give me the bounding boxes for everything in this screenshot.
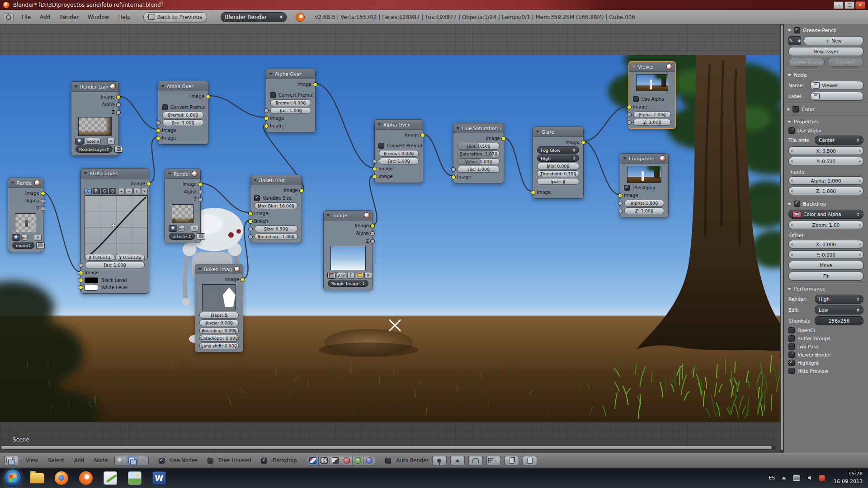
slider-arrow-left[interactable]: [791, 190, 793, 192]
new-button[interactable]: +New: [804, 36, 863, 45]
socket-in-image[interactable]: [264, 124, 269, 128]
collapse-triangle-icon[interactable]: [253, 179, 257, 181]
slider-arrow-right[interactable]: [567, 166, 569, 169]
slider-arrow-right[interactable]: [231, 323, 233, 326]
node-header-rgb-curves[interactable]: RGB Curves: [81, 169, 149, 178]
slider-arrow-right[interactable]: [859, 160, 861, 163]
socket-out-image[interactable]: [146, 182, 151, 186]
node-header-glare[interactable]: Glare: [533, 127, 583, 137]
curve-channel-g[interactable]: G: [101, 188, 108, 194]
node-header-bokeh-blur[interactable]: Bokeh Blur: [250, 175, 302, 185]
curve-tool-item[interactable]: −: [126, 188, 132, 194]
curve-channel-b[interactable]: B: [109, 188, 116, 194]
color-swatch-black-level[interactable]: [85, 277, 98, 283]
button-fit[interactable]: Fit: [788, 272, 863, 281]
slider-arrow-right[interactable]: [236, 338, 238, 341]
collapse-triangle-icon[interactable]: [84, 172, 87, 174]
curve-channel-c[interactable]: C: [85, 188, 92, 194]
slider-fac-1-000[interactable]: Fac: 1.000: [458, 166, 500, 173]
slider-arrow-right[interactable]: [859, 179, 861, 182]
checkbox-backdrop[interactable]: [261, 458, 267, 464]
tool-paste[interactable]: [523, 456, 537, 465]
curve-point[interactable]: [112, 224, 115, 227]
tool-up-arrow[interactable]: [450, 456, 465, 465]
channel-red[interactable]: [341, 456, 353, 465]
camera-icon[interactable]: [197, 233, 205, 240]
slider-fac-1-000[interactable]: Fac: 1.000: [162, 119, 204, 126]
checkbox-highlight[interactable]: [788, 360, 795, 366]
render-engine-select[interactable]: Blender Render: [221, 12, 287, 22]
value-y-0-53125[interactable]: Y 0.53125: [115, 254, 145, 261]
slider-arrow-right[interactable]: [193, 123, 194, 126]
slider-arrow-right[interactable]: [859, 224, 861, 226]
checkbox-buffer-groups[interactable]: [788, 335, 795, 342]
open-image-button[interactable]: [356, 272, 363, 279]
tool-snap-target[interactable]: [486, 456, 501, 465]
checkbox-use-alpha[interactable]: [788, 127, 795, 134]
node-bokeh-image[interactable]: Bokeh ImageImageFlaps: 5Angle: 0.000Roun…: [195, 264, 243, 352]
slider-arrow-right[interactable]: [235, 346, 237, 349]
channel-alpha-checker[interactable]: [319, 456, 330, 465]
socket-out-z[interactable]: [370, 239, 375, 244]
slider-arrow-right[interactable]: [563, 182, 565, 184]
start-button[interactable]: [4, 469, 22, 487]
socket-out-image[interactable]: [206, 94, 210, 99]
slider-threshold-0-150[interactable]: Threshold: 0.150: [537, 170, 579, 177]
node-header-render-layers[interactable]: Render Layers: [71, 82, 118, 92]
slider-z-1-000[interactable]: Z: 1.000: [633, 119, 671, 126]
socket-in-black-level[interactable]: [79, 278, 83, 282]
camera-icon[interactable]: [36, 242, 45, 249]
curve-editor[interactable]: CRGB+−s✕: [85, 188, 148, 253]
checkbox-hide-preview[interactable]: [788, 368, 795, 374]
slider-arrow-right[interactable]: [664, 115, 666, 117]
dropdown-single-image[interactable]: Single Image: [328, 280, 368, 287]
field-name[interactable]: Viewer: [810, 81, 863, 90]
node-header-hue-saturation[interactable]: Hue Saturation Valu: [453, 123, 504, 133]
channel-z-mask[interactable]: [330, 456, 341, 465]
scene-datablock-icon[interactable]: [12, 234, 20, 241]
socket-out-image[interactable]: [501, 136, 506, 141]
section-checkbox-backdrop[interactable]: [794, 201, 800, 207]
slider-alpha-1-000[interactable]: Alpha: 1.000: [633, 111, 671, 118]
slider-arrow-right[interactable]: [859, 253, 861, 256]
taskbar-app-photos[interactable]: [127, 470, 143, 486]
dropdown-renderlayer[interactable]: RenderLayer: [75, 145, 113, 153]
slider-flaps-5[interactable]: Flaps: 5: [199, 312, 239, 319]
socket-out-image[interactable]: [313, 82, 317, 87]
menu-add[interactable]: Add: [35, 13, 55, 22]
slider-y-0-000[interactable]: Y: 0.000: [788, 250, 863, 259]
taskbar-app-draw[interactable]: [102, 470, 118, 486]
curve-channel-r[interactable]: R: [93, 188, 100, 194]
dropdown-high[interactable]: High: [537, 155, 579, 162]
socket-out-alpha[interactable]: [370, 231, 375, 236]
taskbar-app-explorer[interactable]: [29, 470, 45, 486]
socket-in-image[interactable]: [451, 175, 456, 179]
slider-premul-0-000[interactable]: Premul: 0.000: [379, 150, 419, 157]
show-hidden-icons-button[interactable]: [780, 475, 788, 481]
slider-fac-1-000[interactable]: Fac: 1.000: [379, 158, 419, 164]
socket-out-alpha[interactable]: [198, 190, 203, 194]
node-header-alpha-over-2[interactable]: Alpha Over: [266, 69, 315, 79]
collapse-triangle-icon[interactable]: [536, 131, 539, 133]
checkbox-use-alpha[interactable]: [633, 96, 639, 102]
slider-arrow-right[interactable]: [196, 115, 198, 118]
field-label[interactable]: [810, 92, 863, 101]
footer-menu-add[interactable]: Add: [71, 456, 87, 465]
collapse-triangle-icon[interactable]: [623, 157, 627, 160]
unlink-button[interactable]: ✕: [34, 234, 42, 241]
slider-arrow-right[interactable]: [575, 174, 576, 177]
node-header-viewer[interactable]: Viewer: [629, 62, 675, 72]
dropdown-edit[interactable]: Low: [815, 305, 863, 314]
slider-size-0-500[interactable]: Size: 0.500: [255, 225, 297, 232]
footer-menu-view[interactable]: View: [23, 456, 41, 465]
socket-in-alpha-1-000[interactable]: [627, 113, 632, 117]
slider-arrow-right[interactable]: [488, 169, 490, 172]
socket-in-fac-1-000[interactable]: [156, 121, 160, 125]
node-image[interactable]: ImageImageAlphaZ2.tifF✕Single Image: [323, 210, 373, 290]
node-glare[interactable]: GlareImageFog GlowHighMix: 0.000Threshol…: [533, 127, 584, 199]
dropdown-fog-glow[interactable]: Fog Glow: [537, 146, 579, 154]
footer-menu-node[interactable]: Node: [91, 456, 111, 465]
slider-zoom-1-00[interactable]: Zoom: 1.00: [788, 221, 863, 229]
taskbar-clock[interactable]: 15:28 16-09-2013: [834, 470, 863, 485]
fake-user-button[interactable]: F: [347, 272, 355, 279]
